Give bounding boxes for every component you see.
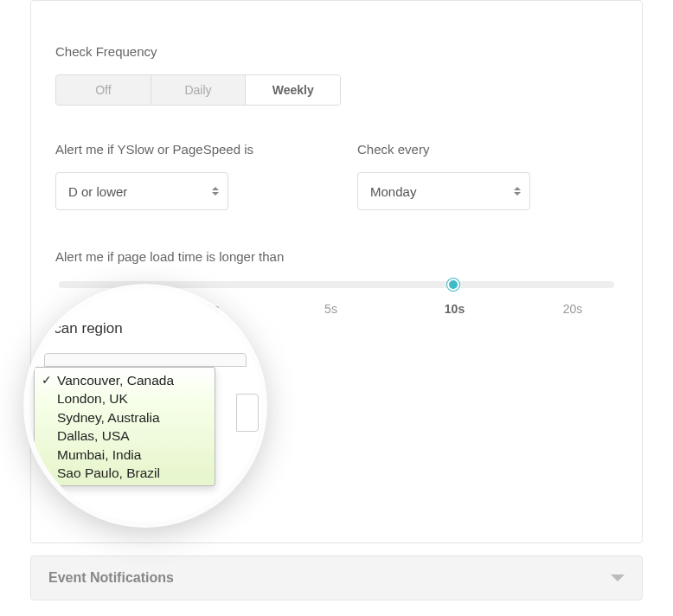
slider-tick-5s: 5s xyxy=(324,302,337,316)
region-option-saopaulo[interactable]: Sao Paulo, Brazil xyxy=(35,464,215,482)
scan-region-dropdown: ✓ Vancouver, Canada London, UK Sydney, A… xyxy=(34,367,215,486)
select-arrows-icon xyxy=(514,187,521,196)
check-every-select[interactable]: Monday xyxy=(357,172,530,210)
alert-score-value: D or lower xyxy=(68,184,127,199)
region-option-dallas[interactable]: Dallas, USA xyxy=(35,427,215,445)
alert-score-label: Alert me if YSlow or PageSpeed is xyxy=(55,142,253,157)
slider-tick-10s: 10s xyxy=(445,302,465,316)
alert-score-select[interactable]: D or lower xyxy=(55,172,228,210)
slider-thumb[interactable] xyxy=(447,279,459,291)
alert-score-field: Alert me if YSlow or PageSpeed is D or l… xyxy=(55,142,253,210)
frequency-option-off[interactable]: Off xyxy=(56,75,151,105)
alert-loadtime-label: Alert me if page load time is longer tha… xyxy=(55,249,618,264)
region-option-vancouver[interactable]: ✓ Vancouver, Canada xyxy=(35,371,215,389)
chevron-down-icon xyxy=(611,574,625,581)
frequency-option-daily[interactable]: Daily xyxy=(151,75,247,105)
event-notifications-panel[interactable]: Event Notifications xyxy=(30,555,643,600)
scan-region-select[interactable] xyxy=(44,353,247,367)
check-icon: ✓ xyxy=(42,373,52,388)
check-every-field: Check every Monday xyxy=(357,142,530,210)
check-frequency-title: Check Frequency xyxy=(55,44,618,59)
slider-tick-20s: 20s xyxy=(563,302,583,316)
load-time-slider[interactable] xyxy=(59,281,614,288)
region-option-sydney[interactable]: Sydney, Australia xyxy=(35,408,215,427)
select-arrows-icon xyxy=(212,187,219,196)
adjacent-select-stub xyxy=(236,394,259,432)
check-frequency-toggle: Off Daily Weekly xyxy=(55,74,341,106)
frequency-option-weekly[interactable]: Weekly xyxy=(246,75,340,105)
region-option-mumbai[interactable]: Mumbai, India xyxy=(35,446,215,464)
check-every-label: Check every xyxy=(357,142,530,157)
region-option-london[interactable]: London, UK xyxy=(35,389,215,407)
check-every-value: Monday xyxy=(370,184,416,199)
event-notifications-title: Event Notifications xyxy=(48,570,174,586)
zoom-lens: Scan region ✓ Vancouver, Canada London, … xyxy=(29,289,262,523)
scan-region-title: Scan region xyxy=(44,320,253,337)
